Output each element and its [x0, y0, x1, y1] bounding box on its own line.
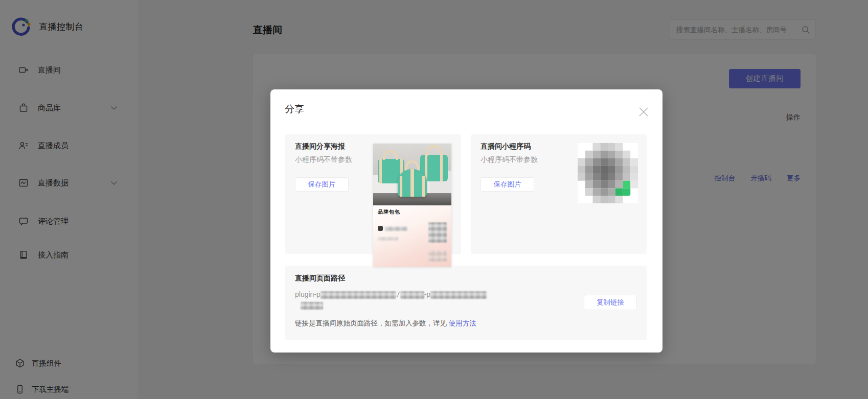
- usage-guide-link[interactable]: 使用方法: [449, 319, 476, 327]
- page-path-section: 直播间页面路径 plugin-p7-p 复制链接 链接是直播间原始页面路径，如需…: [285, 266, 647, 340]
- poster-section-title: 直播间分享海报: [295, 142, 345, 151]
- mini-program-code-section: 直播间小程序码 小程序码不带参数 保存图片: [471, 134, 647, 254]
- share-poster-section: 直播间分享海报 小程序码不带参数 保存图片: [285, 134, 461, 254]
- path-mid1: 7: [396, 290, 400, 298]
- poster-caption: 品牌包包: [378, 208, 400, 216]
- path-section-title: 直播间页面路径: [295, 274, 345, 283]
- share-modal: 分享 直播间分享海报 小程序码不带参数 保存图片: [270, 89, 663, 353]
- qr-section-subtitle: 小程序码不带参数: [481, 155, 538, 165]
- app-window: 直播控制台 直播间 商品库 直播成员 直播数据: [0, 0, 868, 399]
- save-qr-button[interactable]: 保存图片: [481, 177, 534, 192]
- share-poster-preview: 品牌包包: [373, 144, 451, 267]
- qr-code-mosaic: [578, 143, 638, 203]
- poster-product-photo: [373, 144, 451, 205]
- merchant-badge-icon: [378, 226, 383, 231]
- qr-section-title: 直播间小程序码: [481, 142, 531, 151]
- poster-lower-area: 品牌包包: [373, 205, 451, 267]
- poster-footnote-blurred: [378, 237, 398, 241]
- poster-merchant-row: [378, 226, 407, 231]
- path-prefix: plugin-p: [295, 290, 321, 298]
- modal-title: 分享: [285, 103, 304, 116]
- handbag-center: [398, 169, 427, 197]
- path-mid2: -p: [424, 290, 430, 298]
- path-note: 链接是直播间原始页面路径，如需加入参数，详见 使用方法: [295, 319, 476, 328]
- poster-section-subtitle: 小程序码不带参数: [295, 155, 352, 165]
- poster-qr-code-blurred-tail: [428, 250, 447, 262]
- merchant-name-blurred: [385, 226, 407, 231]
- save-poster-button[interactable]: 保存图片: [295, 177, 349, 192]
- poster-qr-code-blurred: [428, 222, 447, 243]
- copy-link-button[interactable]: 复制链接: [584, 295, 637, 310]
- page-path-value: plugin-p7-p: [295, 289, 515, 311]
- close-icon[interactable]: [638, 106, 649, 118]
